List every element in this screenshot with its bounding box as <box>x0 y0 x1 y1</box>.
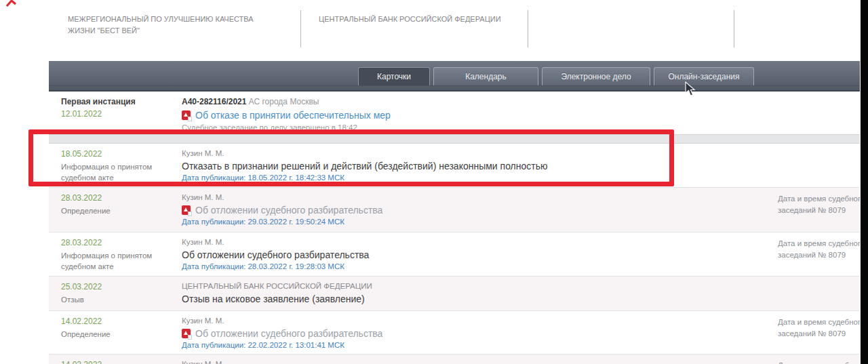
event-row: 14.02.2022 Определение Кузин М. М. Об от… <box>49 310 860 354</box>
pdf-icon[interactable] <box>182 205 191 215</box>
pdf-icon[interactable] <box>182 110 191 120</box>
publication-date: Дата публикации: 28.03.2022 г. 19:28:03 … <box>182 262 765 270</box>
event-author: Кузин М. М. <box>182 193 765 201</box>
publication-date: Дата публикации: 29.03.2022 г. 19:50:24 … <box>182 218 765 226</box>
event-title-link[interactable]: Об отложении судебного разбирательства <box>195 205 382 216</box>
event-row: 28.03.2022 Определение Кузин М. М. Об от… <box>49 187 860 232</box>
red-highlight-annotation <box>28 129 674 186</box>
header-divider <box>300 10 301 47</box>
event-row: 14.02.2022 Кузин М. М. Дата и время суде… <box>49 354 860 364</box>
event-type: Определение <box>61 205 182 216</box>
session-note-line2: заседаний № 8079 <box>778 249 860 261</box>
event-type: Информация о принятом судебном акте <box>61 250 182 272</box>
event-title: Отзыв на исковое заявление (заявление) <box>182 294 365 304</box>
event-author: Кузин М. М. <box>182 360 765 364</box>
header-divider <box>528 10 528 47</box>
event-date: 14.02.2022 <box>61 317 182 326</box>
publication-date: Дата публикации: 22.02.2022 г. 13:01:41 … <box>182 341 765 349</box>
instance-label: Первая инстанция <box>61 97 182 106</box>
case-summary-row: Первая инстанция 12.01.2022 А40-282116/2… <box>49 92 860 134</box>
red-pen-mark <box>5 0 18 7</box>
case-document-link[interactable]: Об отказе в принятии обеспечительных мер <box>195 110 391 121</box>
event-row: 25.03.2022 Отзыв ЦЕНТРАЛЬНЫЙ БАНК РОССИЙ… <box>49 276 860 310</box>
section-tab-bar: Карточки Календарь Электронное дело Онла… <box>49 61 860 92</box>
header-divider <box>734 10 734 47</box>
session-note-line2: заседаний № 8079 <box>778 328 860 340</box>
tab-online-sessions[interactable]: Онлайн-заседания <box>654 67 754 85</box>
case-number: А40-282116/2021 <box>182 97 246 106</box>
plaintiff-name: МЕЖРЕГИОНАЛЬНЫЙ ПО УЛУЧШЕНИЮ КАЧЕСТВА ЖИ… <box>68 14 271 37</box>
event-date: 25.03.2022 <box>61 282 182 291</box>
event-type: Определение <box>61 329 182 340</box>
tab-cards[interactable]: Карточки <box>358 67 430 85</box>
session-note-line1: Дата и время судебного <box>778 238 860 249</box>
tab-calendar[interactable]: Календарь <box>433 67 538 85</box>
screen-right-edge <box>861 0 868 364</box>
event-type: Отзыв <box>61 294 182 305</box>
session-note-line2: заседаний № 8079 <box>778 205 860 216</box>
instance-date: 12.01.2022 <box>61 109 182 119</box>
defendant-name: ЦЕНТРАЛЬНЫЙ БАНК РОССИЙСКОЙ ФЕДЕРАЦИИ <box>319 14 522 25</box>
session-note-line1: Дата и время судебного <box>778 193 860 205</box>
event-title-link[interactable]: Об отложении судебного разбирательства <box>195 328 382 339</box>
case-number-line: А40-282116/2021 АС города Москвы <box>182 97 765 106</box>
session-note-line1: Дата и время судебног <box>778 360 860 364</box>
pdf-icon[interactable] <box>182 329 191 338</box>
court-name: АС города Москвы <box>246 97 319 106</box>
event-author: Кузин М. М. <box>182 238 765 246</box>
tab-bar-underline <box>49 85 860 86</box>
event-title: Об отложении судебного разбирательства <box>182 249 369 260</box>
event-author: ЦЕНТРАЛЬНЫЙ БАНК РОССИЙСКОЙ ФЕДЕРАЦИИ <box>182 282 765 290</box>
case-parties-header: МЕЖРЕГИОНАЛЬНЫЙ ПО УЛУЧШЕНИЮ КАЧЕСТВА ЖИ… <box>0 0 861 61</box>
case-card-page: МЕЖРЕГИОНАЛЬНЫЙ ПО УЛУЧШЕНИЮ КАЧЕСТВА ЖИ… <box>0 0 868 364</box>
event-row: 28.03.2022 Информация о принятом судебно… <box>49 232 860 276</box>
event-date: 28.03.2022 <box>61 193 182 203</box>
event-date: 14.02.2022 <box>61 360 182 364</box>
session-note-line1: Дата и время судебного <box>778 317 860 328</box>
tab-electronic-case[interactable]: Электронное дело <box>542 67 650 85</box>
event-author: Кузин М. М. <box>182 317 765 325</box>
event-date: 28.03.2022 <box>61 238 182 247</box>
mouse-cursor <box>685 81 696 97</box>
